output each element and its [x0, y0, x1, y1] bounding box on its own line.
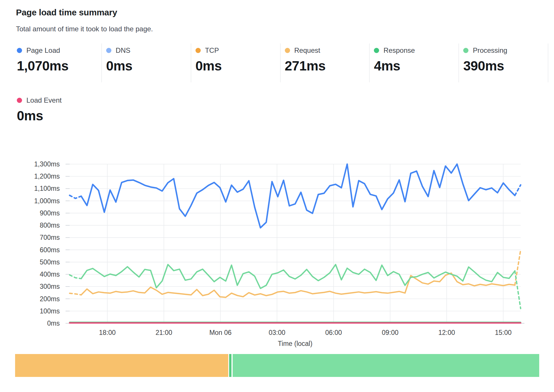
x-axis-title: Time (local) [278, 340, 312, 347]
x-axis-tick-label: 21:00 [155, 329, 172, 336]
x-axis-tick-label: Mon 06 [209, 329, 232, 336]
series-line-page-load [81, 164, 515, 228]
y-axis-tick-label: 600ms [40, 246, 60, 254]
x-axis-tick-label: 18:00 [99, 329, 116, 336]
y-axis-tick-label: 200ms [40, 295, 60, 303]
y-axis-tick-label: 0ms [47, 320, 60, 327]
x-axis-tick-label: 15:00 [495, 329, 512, 336]
y-axis-tick-label: 500ms [40, 258, 60, 266]
y-axis-tick-label: 700ms [40, 234, 60, 241]
status-segment-sliver[interactable] [229, 354, 231, 377]
y-axis-tick-label: 1,000ms [34, 197, 60, 205]
load-time-chart[interactable]: 0ms100ms200ms300ms400ms500ms600ms700ms80… [0, 0, 554, 392]
x-axis-tick-label: 06:00 [325, 329, 342, 336]
y-axis-tick-label: 1,200ms [34, 173, 60, 180]
y-axis-tick-label: 800ms [40, 222, 60, 229]
y-axis-tick-label: 1,300ms [34, 160, 60, 168]
series-line-processing [81, 264, 515, 288]
status-segment-warning[interactable] [15, 354, 228, 377]
y-axis-tick-label: 400ms [40, 271, 60, 278]
y-axis-tick-label: 900ms [40, 209, 60, 217]
y-axis-tick-label: 300ms [40, 283, 60, 290]
y-axis-tick-label: 100ms [40, 307, 60, 315]
status-strip[interactable] [15, 354, 539, 377]
status-segment-passing[interactable] [233, 354, 539, 377]
x-axis-tick-label: 12:00 [438, 329, 455, 336]
x-axis-tick-label: 09:00 [382, 329, 399, 336]
x-axis-tick-label: 03:00 [269, 329, 285, 336]
y-axis-tick-label: 1,100ms [34, 185, 60, 192]
page-load-summary-panel: Page load time summary Total amount of t… [0, 0, 554, 392]
